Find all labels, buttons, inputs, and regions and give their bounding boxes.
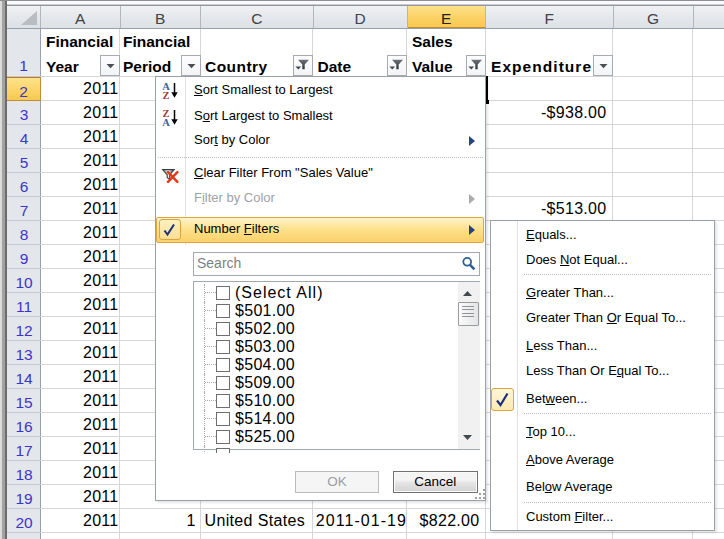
svg-text:Z: Z [162,90,169,100]
svg-text:A: A [162,116,170,126]
